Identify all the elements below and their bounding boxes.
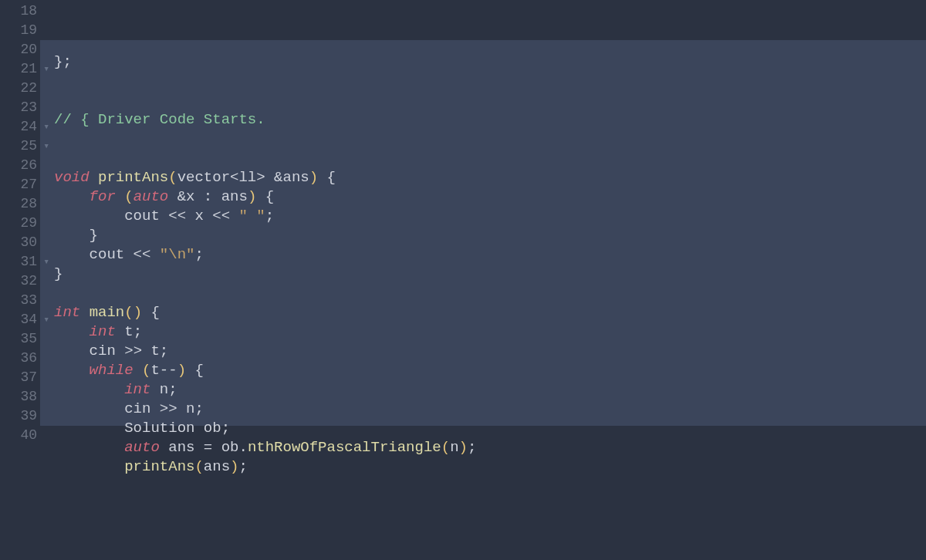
code-token: ; [168,381,177,398]
code-token: ( [124,188,133,205]
code-token: ( [142,362,150,379]
code-token [54,246,90,263]
code-token: { [186,362,204,379]
line-number: 32 [0,272,40,291]
code-line[interactable]: cout << "\n"; [54,245,926,265]
code-line[interactable]: cin >> n; [54,400,926,419]
code-token: = [194,439,221,456]
code-token: << [124,246,160,263]
code-token: ans [204,458,230,475]
code-token: { [256,188,274,205]
code-token: t [124,323,133,340]
code-token: > [256,169,265,186]
line-number: 23 [0,98,40,117]
line-number: 27 [0,175,40,194]
code-line[interactable]: auto ans = ob.nthRowOfPascalTriangle(n); [54,438,926,457]
code-token: auto [133,188,169,205]
code-line[interactable]: int main() { [54,303,926,322]
code-token: x [194,207,203,224]
code-token: ob [221,439,239,456]
code-token: Solution [124,420,194,437]
code-token: : [194,188,221,205]
code-token: < [230,169,238,186]
code-token: printAns [124,458,194,475]
code-line[interactable]: cin >> t; [54,342,926,361]
code-token: void [54,169,90,186]
code-line[interactable]: while (t--) { [54,361,926,380]
code-token: vector [177,169,230,186]
code-line[interactable]: // { Driver Code Starts. [54,110,926,130]
code-token: << [204,207,239,224]
code-token: & [168,188,186,205]
code-token: >> [150,400,186,417]
code-token: << [160,207,195,224]
code-token: } [54,227,98,244]
code-token: printAns [98,169,168,186]
code-token: ( [168,169,177,186]
code-line[interactable]: }; [54,52,926,72]
code-token: cout [124,207,160,224]
code-line[interactable]: } [54,265,926,284]
code-line[interactable]: for (auto &x : ans) { [54,187,926,207]
code-token [90,169,98,186]
line-number: 21▾ [0,59,40,79]
code-token: int [124,381,150,398]
code-token [54,207,124,224]
code-token [116,188,124,205]
code-line[interactable]: } [54,226,926,245]
code-line[interactable] [54,477,926,496]
code-line[interactable]: printAns(ans); [54,457,926,477]
code-token: int [54,304,80,321]
code-area[interactable]: };// { Driver Code Starts.void printAns(… [40,0,926,560]
code-token: auto [124,439,160,456]
code-line[interactable]: void printAns(vector<ll> &ans) { [54,168,926,187]
code-token [80,304,89,321]
line-number: 28 [0,194,40,214]
code-token: ) [248,188,256,205]
line-number: 40 [0,426,40,445]
code-token: cin [90,342,116,359]
code-line[interactable] [54,72,926,91]
code-token: ; [265,207,274,224]
line-number: 26 [0,156,40,175]
code-line[interactable] [54,149,926,168]
code-line[interactable] [54,91,926,110]
code-token [54,188,90,205]
line-number: 37 [0,368,40,387]
code-token: ans [221,188,248,205]
code-token: }; [54,53,72,70]
code-line[interactable]: int n; [54,380,926,400]
code-line[interactable]: int t; [54,322,926,342]
code-line[interactable]: cout << x << " "; [54,207,926,226]
code-token: while [90,362,133,379]
line-number: 38 [0,387,40,407]
line-number: 35 [0,329,40,349]
code-token: ) [309,169,318,186]
code-token: ans [168,439,194,456]
code-token: ) [459,439,468,456]
code-editor[interactable]: 18192021▾222324▾25▾262728293031▾323334▾3… [0,0,926,560]
line-number: 31▾ [0,252,40,272]
code-line[interactable] [54,284,926,303]
line-number: 18 [0,2,40,21]
code-token: ; [133,323,142,340]
line-number: 24▾ [0,117,40,137]
line-number-gutter: 18192021▾222324▾25▾262728293031▾323334▾3… [0,0,40,560]
line-number: 25▾ [0,137,40,156]
code-line[interactable] [54,130,926,149]
code-token [54,342,90,359]
line-number: 20 [0,40,40,59]
code-line[interactable]: Solution ob; [54,419,926,438]
code-token: cout [90,246,125,263]
code-token: & [265,169,283,186]
code-token: ; [468,439,476,456]
code-token [54,420,124,437]
code-token [54,458,124,475]
code-token: int [90,323,116,340]
line-number: 34▾ [0,310,40,329]
code-token: } [54,265,63,282]
code-token [54,381,124,398]
line-number: 30 [0,233,40,252]
code-token: nthRowOfPascalTriangle [248,439,441,456]
code-token: ) [230,458,238,475]
